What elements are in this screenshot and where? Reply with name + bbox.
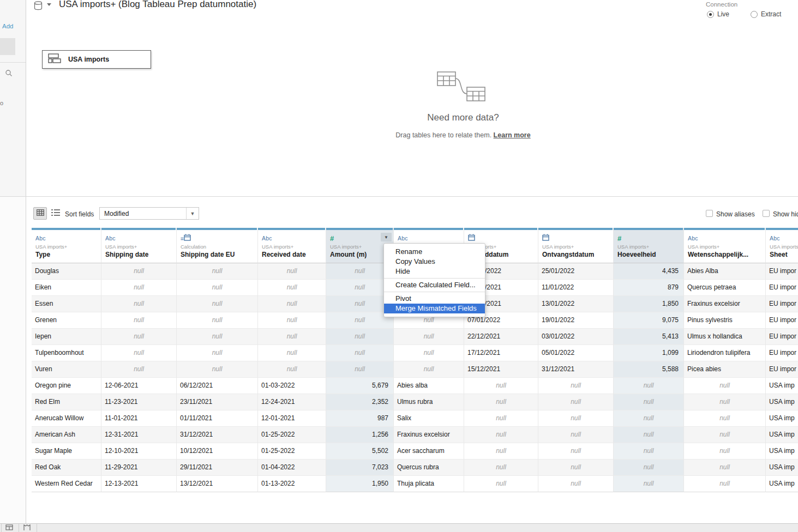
cell: 11-29-2021 <box>101 460 177 476</box>
caret-down-icon[interactable] <box>47 0 51 8</box>
menu-item-rename[interactable]: Rename <box>384 247 485 257</box>
cell: null <box>326 361 394 378</box>
cell: null <box>684 443 766 460</box>
cell: 25/01/2022 <box>538 263 614 280</box>
relate-tables-illustration <box>436 71 491 106</box>
sort-fields-label: Sort fields <box>65 210 94 218</box>
cell: null <box>258 345 326 361</box>
radio-live[interactable]: Live <box>707 10 729 18</box>
cell: 03/01/2022 <box>538 329 614 345</box>
cell: 01-13-2022 <box>258 476 326 492</box>
cell: EU impor <box>766 263 798 280</box>
radio-live-button[interactable] <box>707 11 714 18</box>
sidebar-connections-pane <box>0 0 26 196</box>
cell: 12-10-2021 <box>101 443 177 460</box>
cell: 1,850 <box>614 296 684 312</box>
cell: 01-03-2022 <box>258 378 326 394</box>
table-row: Vurennullnullnullnullnull15/12/202131/12… <box>32 361 798 378</box>
cell: null <box>684 394 766 410</box>
menu-item-hide[interactable]: Hide <box>384 267 485 276</box>
cell: 15/12/2021 <box>464 361 538 378</box>
radio-extract-button[interactable] <box>751 11 758 18</box>
cell: null <box>177 296 258 312</box>
column-header-shipping-date[interactable]: AbcUSA imports+Shipping date <box>101 228 177 263</box>
show-aliases-checkbox[interactable] <box>706 210 713 217</box>
menu-item-copy-values[interactable]: Copy Values <box>384 257 485 267</box>
cell: 13/12/2021 <box>177 476 258 492</box>
cell: null <box>177 280 258 296</box>
database-icon[interactable] <box>34 1 43 13</box>
show-hidden-checkbox[interactable] <box>763 210 770 217</box>
cell: null <box>684 476 766 492</box>
column-source: USA imports+ <box>262 244 293 250</box>
column-header-sheet[interactable]: AbcUSA importsSheet <box>766 228 798 263</box>
cell: null <box>258 312 326 329</box>
cell: 5,588 <box>614 361 684 378</box>
cell: USA imp <box>766 460 798 476</box>
column-source: USA imports+ <box>35 244 67 250</box>
cell: null <box>101 345 177 361</box>
connection-label: Connection <box>706 1 737 8</box>
cell: null <box>326 345 394 361</box>
list-view-button[interactable] <box>50 209 61 218</box>
cell: 13/01/2022 <box>538 296 614 312</box>
datasource-title: USA imports+ (Blog Tableau Prep datumnot… <box>59 0 256 10</box>
cell: null <box>177 345 258 361</box>
number-type-icon: # <box>617 234 621 243</box>
cell: 987 <box>326 410 394 427</box>
sort-fields-dropdown[interactable]: Modified ▼ <box>99 207 199 220</box>
column-source: USA imports+ <box>617 244 649 250</box>
cell: null <box>684 410 766 427</box>
cell: 1,256 <box>326 427 394 443</box>
cell: null <box>177 263 258 280</box>
table-card-label: USA imports <box>68 56 109 63</box>
canvas-grid-splitter[interactable] <box>0 196 798 197</box>
cell: null <box>326 329 394 345</box>
grid-view-button[interactable] <box>33 207 47 220</box>
cell: null <box>464 427 538 443</box>
column-menu-button[interactable]: ▼ <box>381 233 392 241</box>
cell: null <box>177 361 258 378</box>
cell: null <box>258 263 326 280</box>
cell: null <box>684 427 766 443</box>
column-header-received-date[interactable]: AbcUSA imports+Received date <box>258 228 326 263</box>
column-accent-strip <box>32 228 100 230</box>
cell: 1,099 <box>614 345 684 361</box>
radio-extract[interactable]: Extract <box>751 10 781 18</box>
cell: American Ash <box>32 427 101 443</box>
worksheet-tab-icon[interactable] <box>23 524 31 532</box>
cell: Douglas <box>32 263 101 280</box>
empty-state-title: Need more data? <box>0 112 798 123</box>
column-source: Calculation <box>181 244 206 250</box>
menu-item-pivot[interactable]: Pivot <box>384 294 485 304</box>
cell: Red Oak <box>32 460 101 476</box>
column-name: Received date <box>262 251 306 258</box>
datasource-tab-icon[interactable] <box>5 524 13 532</box>
dropdown-arrow-icon: ▼ <box>186 208 199 219</box>
cell: null <box>464 460 538 476</box>
cell: Quercus petraea <box>684 280 766 296</box>
learn-more-link[interactable]: Learn more <box>494 131 531 139</box>
cell: null <box>177 312 258 329</box>
column-header-hoeveelheid[interactable]: #USA imports+Hoeveelheid <box>614 228 684 263</box>
column-accent-strip <box>101 228 176 230</box>
sidebar-divider <box>0 62 26 63</box>
menu-item-create-calculated-field[interactable]: Create Calculated Field... <box>384 280 485 290</box>
cell: Ulmus x hollandica <box>684 329 766 345</box>
column-name: Wetenschappelijk... <box>688 251 748 258</box>
add-connection-link[interactable]: Add <box>2 23 13 29</box>
cell: EU impor <box>766 345 798 361</box>
column-header-ontvangstdatum[interactable]: USA imports+Ontvangstdatum <box>538 228 614 263</box>
strip-divider <box>19 524 19 532</box>
search-icon[interactable] <box>5 69 13 78</box>
column-header-wetenschappelijk[interactable]: AbcUSA imports+Wetenschappelijk... <box>684 228 766 263</box>
table-card-usa-imports[interactable]: USA imports <box>42 50 151 69</box>
connection-item[interactable] <box>0 38 15 55</box>
column-header-type[interactable]: AbcUSA imports+Type <box>32 228 101 263</box>
column-header-shipping-date-eu[interactable]: =CalculationShipping date EU <box>177 228 258 263</box>
empty-hint-text: Drag tables here to relate them. <box>395 131 491 139</box>
cell: Thuja plicata <box>394 476 464 492</box>
menu-item-merge-mismatched-fields[interactable]: Merge Mismatched Fields <box>384 304 485 313</box>
string-type-icon: Abc <box>262 235 272 241</box>
cell: Acer saccharum <box>394 443 464 460</box>
